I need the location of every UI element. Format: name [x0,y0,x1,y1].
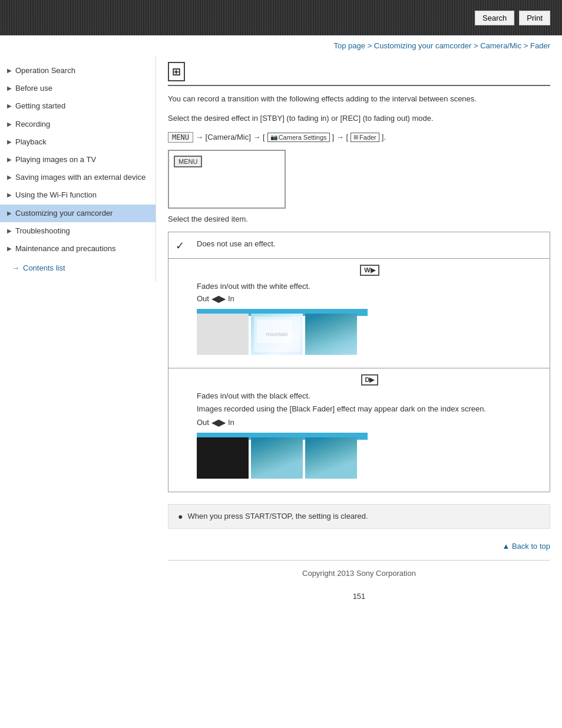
contents-list-label: Contents list [23,263,65,272]
sidebar-item-label: Customizing your camcorder [15,208,150,219]
effect-desc-white: Fades in/out with the white effect. [197,281,543,292]
fader-menu-icon: ⊞Fader [351,133,379,142]
back-to-top[interactable]: ▲ Back to top [168,538,550,554]
effect-desc-none: Does not use an effect. [197,238,543,250]
chevron-right-icon: ▶ [7,156,12,164]
spacer [176,265,190,266]
effect-cell-none: ✓ Does not use an effect. [168,232,550,258]
sidebar-item-maintenance[interactable]: ▶ Maintenance and precautions [0,240,156,258]
checkmark-icon: ✓ [176,238,190,252]
search-button[interactable]: Search [475,11,514,25]
hint-box: ● When you press START/STOP, the setting… [168,504,550,529]
page-num-value: 151 [353,592,366,601]
select-text: Select the desired item. [168,215,550,223]
page-number: 151 [168,586,550,607]
effect-content-black: D▶ Fades in/out with the black effect. I… [197,374,543,486]
chevron-right-icon: ▶ [7,173,12,182]
black-fader-strip [197,433,368,486]
sidebar-item-label: Before use [15,83,150,94]
sidebar-item-label: Maintenance and precautions [15,243,150,254]
page-title-area: ⊞ [168,62,550,86]
sidebar-item-label: Recording [15,119,150,130]
sidebar-item-playback[interactable]: ▶ Playback [0,133,156,151]
menu-inner-button: MENU [174,156,202,167]
effect-cell-white: W▶ Fades in/out with the white effect. O… [168,259,550,368]
sidebar-item-label: Troubleshooting [15,226,150,236]
contents-list-link[interactable]: → Contents list [0,258,156,276]
menu-path: MENU → [Camera/Mic] → [ 📷Camera Settings… [168,132,550,143]
camera-settings-icon: 📷Camera Settings [267,133,330,142]
chevron-right-icon: ▶ [7,138,12,146]
white-fader-icon: W▶ [360,265,379,276]
breadcrumb-customizing[interactable]: Customizing your camcorder [374,41,471,50]
chevron-right-icon: ▶ [7,84,12,93]
black-fader-icon: D▶ [361,374,379,386]
sidebar-item-label: Operation Search [15,65,150,76]
triangle-icon: ▲ [502,542,510,551]
hint-text: When you press START/STOP, the setting i… [187,512,368,521]
sidebar-item-customizing[interactable]: ▶ Customizing your camcorder [0,205,156,222]
body-text-2: Select the desired effect in [STBY] (to … [168,113,550,125]
spacer2 [176,374,190,375]
sidebar-item-label: Playing images on a TV [15,154,150,165]
chevron-right-icon: ▶ [7,209,12,218]
main-content: ⊞ You can record a transition with the f… [156,56,562,618]
strip-img-b2 [251,437,303,479]
back-to-top-link[interactable]: Back to top [512,542,550,551]
chevron-right-icon: ▶ [7,67,12,75]
effect-desc-black: Fades in/out with the black effect. [197,390,543,402]
out-in-black: Out ◀▶ In [197,417,543,428]
copyright-text: Copyright 2013 Sony Corporation [302,569,416,578]
sidebar-item-before-use[interactable]: ▶ Before use [0,80,156,97]
sidebar-item-label: Playback [15,137,150,147]
arrow-icon: ◀▶ [211,293,226,304]
footer: Copyright 2013 Sony Corporation [168,561,550,586]
out-in-white: Out ◀▶ In [197,293,543,304]
effect-note-black: Images recorded using the [Black Fader] … [197,403,543,415]
fader-icon: ⊞ [168,62,185,81]
effect-row-white: W▶ Fades in/out with the white effect. O… [168,259,550,369]
sidebar-item-label: Using the Wi-Fi function [15,190,150,200]
sidebar-item-saving-images[interactable]: ▶ Saving images with an external device [0,169,156,186]
effect-content-none: Does not use an effect. [197,238,543,251]
effect-cell-black: D▶ Fades in/out with the black effect. I… [168,368,550,492]
strip-img-b1 [197,437,249,479]
chevron-right-icon: ▶ [7,227,12,235]
chevron-right-icon: ▶ [7,245,12,253]
page-layout: ▶ Operation Search ▶ Before use ▶ Gettin… [0,56,562,618]
sidebar: ▶ Operation Search ▶ Before use ▶ Gettin… [0,56,156,282]
sidebar-item-operation-search[interactable]: ▶ Operation Search [0,62,156,80]
breadcrumb-top[interactable]: Top page [334,41,366,50]
strip-img-1 [197,314,249,355]
white-fader-strip: mountain [197,309,368,362]
sidebar-item-getting-started[interactable]: ▶ Getting started [0,97,156,115]
effects-table: ✓ Does not use an effect. W▶ Fades in/ou… [168,232,550,493]
menu-screenshot: MENU [168,150,286,209]
effect-row-none: ✓ Does not use an effect. [168,232,550,259]
effect-row-black: D▶ Fades in/out with the black effect. I… [168,368,550,492]
strip-img-2: mountain [251,314,303,355]
sidebar-item-recording[interactable]: ▶ Recording [0,116,156,133]
sidebar-item-wifi[interactable]: ▶ Using the Wi-Fi function [0,186,156,204]
menu-key: MENU [168,132,193,143]
strip-images-black [197,437,357,479]
breadcrumb-fader[interactable]: Fader [530,41,550,50]
print-button[interactable]: Print [519,11,550,25]
breadcrumb-camera-mic[interactable]: Camera/Mic [480,41,521,50]
strip-img-b3 [305,437,357,479]
sidebar-item-label: Getting started [15,101,150,111]
chevron-right-icon: ▶ [7,191,12,199]
body-text-1: You can record a transition with the fol… [168,93,550,106]
arrow-icon2: ◀▶ [211,417,226,428]
bullet-icon: ● [178,512,183,521]
sidebar-item-playing-images-tv[interactable]: ▶ Playing images on a TV [0,151,156,169]
breadcrumb: Top page > Customizing your camcorder > … [0,35,562,56]
strip-images-white: mountain [197,314,357,355]
sidebar-item-label: Saving images with an external device [15,172,150,183]
sidebar-item-troubleshooting[interactable]: ▶ Troubleshooting [0,222,156,240]
chevron-right-icon: ▶ [7,102,12,110]
effect-content-white: W▶ Fades in/out with the white effect. O… [197,265,543,363]
header: Search Print [0,0,562,35]
chevron-right-icon: ▶ [7,120,12,129]
strip-img-3 [305,314,357,355]
